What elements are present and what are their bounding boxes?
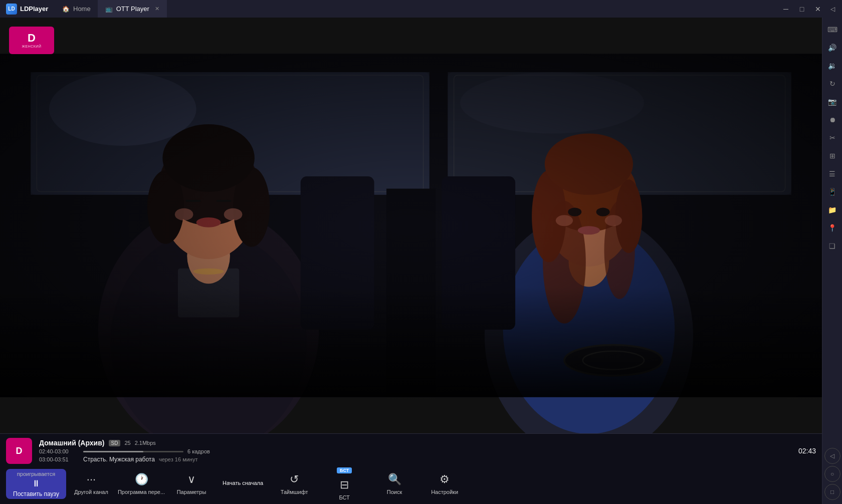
segment-time: 02:40-03:00	[39, 448, 79, 454]
volume-up-icon[interactable]: 🔊	[824, 40, 840, 56]
app-name: LDPlayer	[20, 5, 48, 13]
pause-text: Поставить паузу	[13, 490, 59, 497]
next-segment-time: 03:00-03:51	[39, 456, 79, 462]
app-logo[interactable]: LD LDPlayer	[0, 4, 55, 15]
current-time: 02:43	[798, 447, 816, 455]
timeshift-icon: ↺	[290, 473, 299, 486]
right-sidebar: ⌨ 🔊 🔉 ↻ 📷 ⏺ ✂ ⊞ ☰ 📱 📁 📍 ❏ ◁ ○ □	[822, 18, 842, 504]
maximize-button[interactable]: □	[795, 2, 809, 16]
tab-ott[interactable]: 📺 OTT Player ✕	[98, 0, 167, 18]
video-player[interactable]: D ЖЕНСКИЙ	[0, 18, 822, 433]
bst-button[interactable]: БСТ ⊟ БСТ	[319, 469, 369, 499]
epg-icon: 🕐	[135, 473, 148, 486]
layers-icon[interactable]: ❏	[824, 238, 840, 254]
controls-row: проигрывается ⏸ Поставить паузу ··· Друг…	[0, 466, 822, 504]
bst-label: БСТ	[339, 494, 349, 500]
back-button[interactable]: ◁	[824, 448, 840, 464]
bitrate-badge: 2.1Mbps	[135, 440, 156, 446]
params-icon: ∨	[187, 473, 195, 486]
home-tab-icon: 🏠	[62, 6, 70, 13]
search-label: Поиск	[387, 489, 402, 495]
rotate-icon[interactable]: ↻	[824, 76, 840, 92]
channel-thumbnail: D	[6, 438, 32, 464]
channel-logo-subtext: ЖЕНСКИЙ	[22, 45, 42, 48]
location-icon[interactable]: 📍	[824, 220, 840, 236]
folder-icon[interactable]: 📁	[824, 202, 840, 218]
settings-icon: ⚙	[440, 473, 450, 486]
search-button[interactable]: 🔍 Поиск	[369, 469, 419, 499]
channel-name-row: Домашний (Архив) SD 25 2.1Mbps	[39, 439, 791, 447]
video-scene: D ЖЕНСКИЙ	[0, 18, 822, 433]
home-button[interactable]: ○	[824, 466, 840, 482]
bst-badge: БСТ	[337, 467, 352, 473]
bottom-bar: D Домашний (Архив) SD 25 2.1Mbps 02:40-0…	[0, 433, 822, 504]
progress-bar[interactable]	[83, 451, 183, 452]
playing-label: проигрывается	[17, 471, 55, 477]
next-program-name: Страсть. Мужская работа	[83, 456, 155, 463]
fps-badge: 25	[124, 440, 130, 446]
minimize-button[interactable]: ─	[779, 2, 793, 16]
ott-tab-icon: 📺	[105, 6, 113, 13]
android-nav: ◁ ○ □	[824, 448, 840, 500]
timeshift-button[interactable]: ↺ Таймшифт	[269, 469, 319, 499]
play-pause-button[interactable]: проигрывается ⏸ Поставить паузу	[6, 469, 66, 499]
nav-back-button[interactable]: ◁	[827, 4, 838, 15]
quality-badge: SD	[109, 440, 121, 446]
epg-button[interactable]: 🕐 Программа пере...	[116, 469, 166, 499]
search-icon: 🔍	[388, 473, 401, 486]
tab-bar: 🏠 Home 📺 OTT Player ✕	[55, 0, 775, 18]
channel-name: Домашний (Архив)	[39, 439, 105, 447]
titlebar: LD LDPlayer 🏠 Home 📺 OTT Player ✕ ─ □ ✕ …	[0, 0, 842, 18]
tab-home-label: Home	[73, 5, 91, 13]
params-label: Параметры	[177, 489, 206, 495]
ld-logo-icon: LD	[6, 4, 17, 15]
params-button[interactable]: ∨ Параметры	[166, 469, 217, 499]
other-channel-label: Другой канал	[74, 489, 108, 495]
program-row: 03:00-03:51 Страсть. Мужская работа чере…	[39, 456, 791, 463]
play-pause-icon: ⏸	[32, 478, 41, 489]
multiwindow-icon[interactable]: ⊞	[824, 148, 840, 164]
settings-button[interactable]: ⚙ Настройки	[419, 469, 470, 499]
tab-ott-label: OTT Player	[116, 5, 149, 13]
svg-rect-47	[0, 287, 822, 397]
start-over-section: Начать сначала	[223, 480, 263, 488]
window-controls: ─ □ ✕ ◁	[775, 2, 842, 16]
phone-icon[interactable]: 📱	[824, 184, 840, 200]
progress-row: 02:40-03:00 6 кадров	[39, 448, 791, 454]
scissors-icon[interactable]: ✂	[824, 130, 840, 146]
camera-icon[interactable]: 📷	[824, 94, 840, 110]
volume-down-icon[interactable]: 🔉	[824, 58, 840, 74]
frames-label: 6 кадров	[187, 448, 210, 454]
video-section: D ЖЕНСКИЙ D Домашний (Архив) SD 25 2.1Mb…	[0, 18, 822, 504]
epg-label: Программа пере...	[118, 489, 165, 495]
other-channel-icon: ···	[87, 473, 96, 486]
recents-button[interactable]: □	[824, 484, 840, 500]
tab-close-icon[interactable]: ✕	[155, 6, 159, 12]
next-program-time: через 16 минут	[159, 456, 198, 462]
list-icon[interactable]: ☰	[824, 166, 840, 182]
tab-home[interactable]: 🏠 Home	[55, 0, 98, 18]
channel-info: Домашний (Архив) SD 25 2.1Mbps 02:40-03:…	[39, 439, 791, 463]
start-over-label: Начать сначала	[223, 480, 263, 486]
settings-label: Настройки	[431, 489, 458, 495]
keyboard-icon[interactable]: ⌨	[824, 22, 840, 38]
info-row: D Домашний (Архив) SD 25 2.1Mbps 02:40-0…	[0, 434, 822, 466]
channel-logo-letter: D	[28, 33, 36, 44]
channel-logo-overlay: D ЖЕНСКИЙ	[9, 27, 54, 54]
channel-thumb-letter: D	[16, 446, 23, 456]
record-icon[interactable]: ⏺	[824, 112, 840, 128]
bst-icon: ⊟	[340, 478, 349, 491]
main-area: D ЖЕНСКИЙ D Домашний (Архив) SD 25 2.1Mb…	[0, 18, 842, 504]
other-channel-button[interactable]: ··· Другой канал	[66, 469, 116, 499]
close-button[interactable]: ✕	[811, 2, 825, 16]
timeshift-label: Таймшифт	[281, 489, 308, 495]
progress-fill	[83, 451, 143, 452]
